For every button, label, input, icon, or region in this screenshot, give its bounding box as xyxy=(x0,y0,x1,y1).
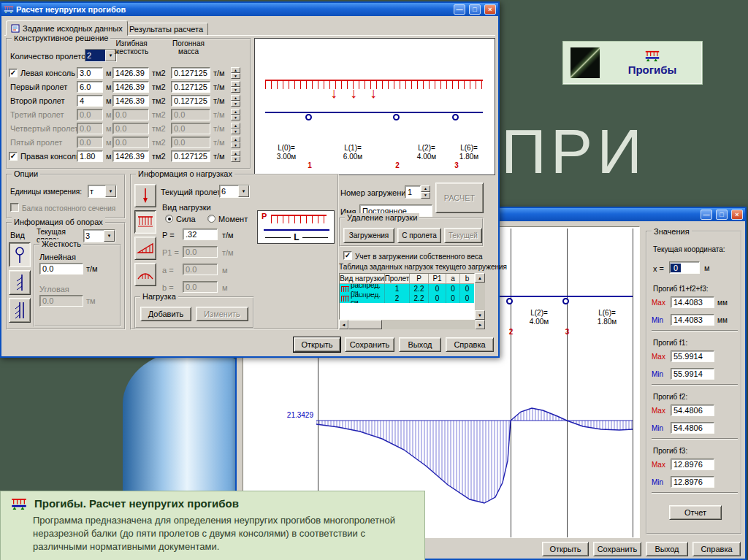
chevron-down-icon[interactable]: ▼ xyxy=(238,185,249,197)
save-button[interactable]: Сохранить xyxy=(345,337,394,352)
column-header[interactable]: b xyxy=(460,274,474,284)
add-load-button[interactable]: Добавить xyxy=(140,307,191,321)
spin-down-button[interactable]: ▼ xyxy=(231,87,240,93)
column-header[interactable]: P xyxy=(410,274,429,284)
min-value-field[interactable]: 14.4083 xyxy=(671,314,714,326)
mass-field[interactable]: 0.127125 xyxy=(171,81,210,93)
spin-up-button[interactable]: ▲ xyxy=(231,137,240,142)
row-spinner[interactable]: ▲ ▼ xyxy=(231,81,240,93)
loadcase-number-field[interactable]: 1 xyxy=(405,185,421,199)
stiffness-field[interactable]: 0.0 xyxy=(112,109,149,120)
load-type-uniform-button[interactable] xyxy=(134,210,156,234)
minimize-button[interactable]: — xyxy=(701,210,712,220)
scroll-right-button[interactable]: ► xyxy=(476,320,485,329)
row-spinner[interactable]: ▲ ▼ xyxy=(231,150,240,162)
column-header[interactable]: Пролет xyxy=(385,274,410,284)
open-button[interactable]: Открыть xyxy=(294,337,340,352)
p1-field[interactable]: 0.0 xyxy=(183,246,218,258)
p-field[interactable]: .32 xyxy=(183,229,218,240)
max-value-field[interactable]: 54.4806 xyxy=(671,404,714,416)
help-button[interactable]: Справка xyxy=(692,542,741,556)
column-header[interactable]: Вид нагрузки xyxy=(340,274,385,284)
delete-current-button[interactable]: Текущей xyxy=(444,228,482,243)
stiffness-field[interactable]: 1426.39 xyxy=(112,95,149,107)
column-header[interactable]: a xyxy=(446,274,460,284)
length-field[interactable]: 3.0 xyxy=(77,67,103,79)
selfweight-checkbox[interactable]: ✓ xyxy=(343,251,352,260)
right-console-checkbox[interactable]: ✓ xyxy=(9,152,18,161)
loadcase-spinner[interactable]: ▲ ▼ xyxy=(421,185,430,199)
maximize-button[interactable]: □ xyxy=(469,4,481,15)
table-vertical-scrollbar[interactable]: ▲ ▼ xyxy=(475,273,485,320)
min-value-field[interactable]: 55.9914 xyxy=(671,368,714,380)
close-button[interactable]: × xyxy=(731,210,743,220)
open-button[interactable]: Открыть xyxy=(542,542,589,556)
load-type-triangular-button[interactable] xyxy=(134,237,156,260)
minimize-button[interactable]: — xyxy=(454,4,465,15)
scrollbar-thumb[interactable] xyxy=(348,320,382,329)
row-spinner[interactable]: ▲ ▼ xyxy=(231,109,240,120)
spin-up-button[interactable]: ▲ xyxy=(231,123,240,129)
spin-down-button[interactable]: ▼ xyxy=(231,156,240,162)
exit-button[interactable]: Выход xyxy=(646,542,688,556)
exit-button[interactable]: Выход xyxy=(399,337,441,352)
spin-up-button[interactable]: ▲ xyxy=(231,109,240,115)
column-header[interactable]: P1 xyxy=(429,274,446,284)
force-radio[interactable] xyxy=(165,215,173,223)
calculate-button[interactable]: РАСЧЕТ xyxy=(435,183,484,213)
mass-field[interactable]: 0.0 xyxy=(171,137,210,148)
spin-up-button[interactable]: ▲ xyxy=(231,95,240,101)
current-span-dropdown[interactable]: 6 ▼ xyxy=(219,185,250,198)
mass-field[interactable]: 0.0 xyxy=(171,109,210,120)
main-window-titlebar[interactable]: Расчет неупругих прогибов — □ × xyxy=(1,3,498,16)
tab-input-data[interactable]: Задание исходных данных xyxy=(6,20,128,36)
a-field[interactable]: 0.0 xyxy=(183,264,218,275)
tab-results[interactable]: Результаты расчета xyxy=(124,23,208,36)
length-field[interactable]: 0.0 xyxy=(77,123,103,134)
stiffness-field[interactable]: 0.0 xyxy=(112,123,149,134)
stiffness-field[interactable]: 1426.39 xyxy=(112,67,149,79)
delete-from-span-button[interactable]: С пролета xyxy=(397,228,441,243)
min-value-field[interactable]: 12.8976 xyxy=(671,476,714,488)
delete-case-button[interactable]: Загружения xyxy=(343,228,394,243)
max-value-field[interactable]: 55.9914 xyxy=(671,350,714,362)
length-field[interactable]: 4 xyxy=(77,95,103,107)
load-type-concentrated-button[interactable] xyxy=(134,184,156,207)
mass-field[interactable]: 0.127125 xyxy=(171,95,210,107)
spin-up-button[interactable]: ▲ xyxy=(421,185,430,192)
max-value-field[interactable]: 14.4083 xyxy=(671,296,714,308)
max-value-field[interactable]: 12.8976 xyxy=(671,459,714,470)
angular-stiffness-field[interactable]: 0.0 xyxy=(39,295,83,307)
mass-field[interactable]: 0.127125 xyxy=(171,67,210,79)
min-value-field[interactable]: 54.4806 xyxy=(671,422,714,434)
row-spinner[interactable]: ▲ ▼ xyxy=(231,137,240,148)
stiffness-field[interactable]: 1426.39 xyxy=(112,81,149,93)
moment-radio[interactable] xyxy=(207,215,215,223)
scroll-left-button[interactable]: ◄ xyxy=(339,320,348,329)
spin-up-button[interactable]: ▲ xyxy=(231,67,240,73)
b-field[interactable]: 0.0 xyxy=(183,281,218,293)
save-button[interactable]: Сохранить xyxy=(593,542,641,556)
length-field[interactable]: 6.0 xyxy=(77,81,103,93)
table-row[interactable]: распред. си... 2 2.2 0 0 0 xyxy=(340,294,474,303)
left-console-checkbox[interactable]: ✓ xyxy=(9,69,18,77)
row-spinner[interactable]: ▲ ▼ xyxy=(231,95,240,107)
length-field[interactable]: 0.0 xyxy=(77,137,103,148)
x-coordinate-field[interactable]: 0 xyxy=(669,261,700,274)
stiffness-field[interactable]: 1426.39 xyxy=(112,150,149,162)
table-row[interactable]: распред. си... 1 2.2 0 0 0 xyxy=(340,284,474,294)
table-horizontal-scrollbar[interactable]: ◄ ► xyxy=(339,320,485,329)
spin-down-button[interactable]: ▼ xyxy=(231,115,240,120)
mass-field[interactable]: 0.127125 xyxy=(171,150,210,162)
spin-down-button[interactable]: ▼ xyxy=(421,192,430,199)
spin-down-button[interactable]: ▼ xyxy=(231,101,240,107)
length-field[interactable]: 1.80 xyxy=(77,150,103,162)
row-spinner[interactable]: ▲ ▼ xyxy=(231,67,240,79)
linear-stiffness-field[interactable]: 0.0 xyxy=(39,263,83,275)
edit-load-button[interactable]: Изменить xyxy=(196,307,248,321)
help-button[interactable]: Справка xyxy=(446,337,494,352)
scroll-down-button[interactable]: ▼ xyxy=(475,310,485,320)
mass-field[interactable]: 0.0 xyxy=(171,123,210,134)
spin-up-button[interactable]: ▲ xyxy=(231,150,240,156)
row-spinner[interactable]: ▲ ▼ xyxy=(231,123,240,134)
